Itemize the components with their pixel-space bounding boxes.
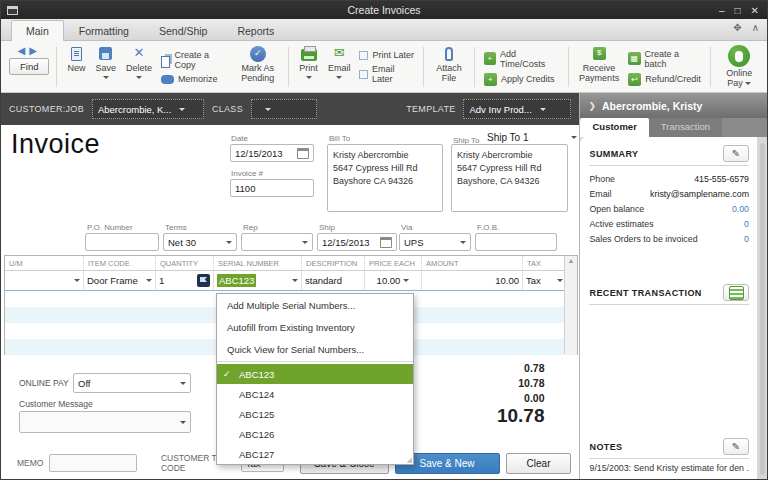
delete-button[interactable]: ✕ Delete [121, 44, 157, 90]
email-later-checkbox[interactable]: Email Later [359, 64, 414, 84]
maximize-button[interactable]: □ [735, 5, 741, 16]
menu-autofill-from-inventory[interactable]: Autofill from Existing Inventory [217, 316, 413, 338]
tab-send-ship[interactable]: Send/Ship [144, 20, 222, 40]
create-a-batch-button[interactable]: ▦ Create a batch [628, 49, 701, 69]
email-icon: ✉ [334, 46, 345, 60]
item-code-cell[interactable]: Door Frame [83, 271, 155, 290]
sales-orders-link[interactable]: 0 [744, 234, 749, 244]
edit-notes-button[interactable]: ✎ [723, 438, 749, 455]
bill-to-label: Bill To [329, 134, 350, 143]
tab-main[interactable]: Main [11, 20, 64, 41]
fob-field[interactable] [475, 233, 557, 251]
serial-option-abc125[interactable]: ABC125 [217, 404, 413, 424]
online-pay-button[interactable]: Online Pay [716, 44, 763, 90]
table-scrollbar[interactable]: ▲ [564, 256, 577, 354]
side-panel-tabs: Customer Transaction [580, 118, 767, 137]
minimize-button[interactable]: – [719, 5, 725, 16]
resize-handle[interactable]: ◢ [407, 456, 412, 464]
serial-number-icon[interactable] [197, 274, 210, 287]
customer-job-select[interactable]: Abercrombie, K... [92, 99, 204, 119]
checkbox-icon [359, 51, 368, 60]
find-button[interactable]: Find [9, 58, 49, 75]
template-select[interactable]: Adv Inv Prod... [463, 99, 571, 119]
save-button[interactable]: Save [90, 44, 121, 90]
recent-transaction-title: RECENT TRANSACTION [589, 288, 701, 298]
memo-field[interactable] [49, 454, 136, 472]
um-cell[interactable] [5, 271, 83, 290]
customer-job-label: CUSTOMER:JOB [9, 104, 84, 114]
new-document-icon [71, 47, 82, 61]
email-button[interactable]: ✉ Email [323, 44, 356, 90]
serial-number-cell[interactable]: ABC123 [213, 271, 301, 290]
bill-to-address[interactable]: Kristy Abercrombie 5647 Cypress Hill Rd … [327, 144, 443, 212]
invoice-number-field[interactable]: 1100 [230, 179, 314, 197]
mark-as-pending-button[interactable]: ✓ Mark As Pending [232, 44, 283, 90]
print-button[interactable]: Print [294, 44, 323, 90]
tab-formatting[interactable]: Formatting [64, 20, 144, 40]
customer-side-panel: ❯ Abercrombie, Kristy Customer Transacti… [579, 93, 767, 479]
tab-customer[interactable]: Customer [580, 118, 648, 137]
menu-quick-view-serial-numbers[interactable]: Quick View for Serial Numbers... [217, 338, 413, 360]
serial-option-abc127[interactable]: ABC127 [217, 444, 413, 464]
calendar-icon[interactable] [297, 148, 309, 159]
ship-to-address[interactable]: Kristy Abercrombie 5647 Cypress Hill Rd … [451, 144, 568, 212]
menu-add-multiple-serial-numbers[interactable]: Add Multiple Serial Numbers... [217, 294, 413, 316]
via-select[interactable]: UPS [399, 233, 471, 251]
active-estimates-link[interactable]: 0 [744, 219, 749, 229]
back-arrow-icon[interactable]: ◀ [18, 45, 30, 56]
amount-cell[interactable]: 10.00 [421, 271, 522, 290]
online-pay-select[interactable]: Off [73, 373, 191, 393]
recent-transaction-report-button[interactable] [723, 284, 749, 301]
check-icon: ✓ [223, 369, 231, 379]
quantity-cell[interactable]: 1 [155, 271, 213, 290]
save-icon [99, 47, 112, 60]
price-each-cell[interactable]: 10.00 [364, 271, 421, 290]
scroll-up-icon[interactable]: ▲ [568, 257, 575, 354]
restore-panel-icon[interactable]: ✥ [733, 22, 741, 33]
memorize-button[interactable]: Memorize [161, 74, 228, 84]
collapse-panel-icon[interactable]: ❯ [588, 101, 596, 111]
class-select[interactable] [251, 99, 317, 119]
invoice-number-label: Invoice # [231, 169, 263, 178]
date-field[interactable]: 12/15/2013 [230, 144, 314, 162]
tab-reports[interactable]: Reports [222, 20, 289, 40]
attach-file-button[interactable]: Attach File [429, 44, 469, 90]
print-later-checkbox[interactable]: Print Later [359, 50, 414, 60]
panel-scrollbar[interactable] [760, 143, 765, 475]
refund-credit-button[interactable]: ↩ Refund/Credit [628, 73, 701, 86]
open-balance-link[interactable]: 0.00 [732, 204, 749, 214]
forward-arrow-icon[interactable]: ▶ [29, 45, 41, 56]
terms-select[interactable]: Net 30 [163, 233, 237, 251]
po-number-field[interactable] [85, 233, 159, 251]
customer-message-select[interactable] [19, 411, 191, 433]
paperclip-icon [445, 47, 453, 61]
apply-credits-button[interactable]: + Apply Credits [484, 73, 559, 86]
serial-number-dropdown: Add Multiple Serial Numbers... Autofill … [216, 293, 414, 465]
serial-option-abc124[interactable]: ABC124 [217, 384, 413, 404]
report-icon [729, 286, 744, 300]
invoice-heading: Invoice [11, 129, 100, 160]
delete-icon: ✕ [134, 46, 145, 60]
edit-summary-button[interactable]: ✎ [723, 145, 749, 162]
description-cell[interactable]: standard [301, 271, 364, 290]
calendar-icon[interactable] [380, 237, 392, 248]
ship-to-select[interactable]: Ship To 1 [487, 132, 577, 143]
side-panel-header[interactable]: ❯ Abercrombie, Kristy [580, 93, 767, 118]
window-system-icon[interactable] [7, 6, 18, 15]
collapse-ribbon-icon[interactable]: ∧ [752, 22, 759, 33]
summary-row-open-balance: Open balance0.00 [589, 201, 749, 216]
new-button[interactable]: New [62, 44, 90, 90]
ship-date-field[interactable]: 12/15/2013 [317, 233, 397, 251]
tab-transaction[interactable]: Transaction [649, 118, 722, 137]
create-a-copy-button[interactable]: Create a Copy [161, 50, 228, 70]
receive-payments-button[interactable]: $ Receive Payments [574, 44, 624, 90]
refund-credit-icon: ↩ [628, 73, 641, 86]
item-row[interactable]: Door Frame 1 ABC123 standard 10.00 10.00… [5, 271, 577, 291]
close-button[interactable]: ✕ [751, 5, 759, 16]
serial-option-abc126[interactable]: ABC126 [217, 424, 413, 444]
rep-select[interactable] [241, 233, 313, 251]
add-time-costs-button[interactable]: + Add Time/Costs [484, 49, 559, 69]
serial-option-abc123[interactable]: ✓ ABC123 [217, 364, 413, 384]
tax-cell[interactable]: Tax [522, 271, 566, 290]
clear-button[interactable]: Clear [506, 453, 572, 474]
